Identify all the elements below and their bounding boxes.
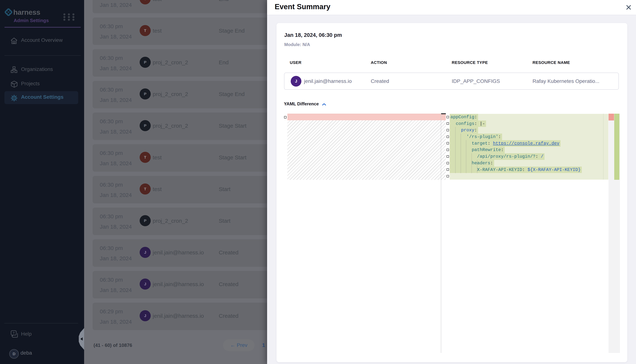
svg-text:?: ? xyxy=(13,332,15,335)
